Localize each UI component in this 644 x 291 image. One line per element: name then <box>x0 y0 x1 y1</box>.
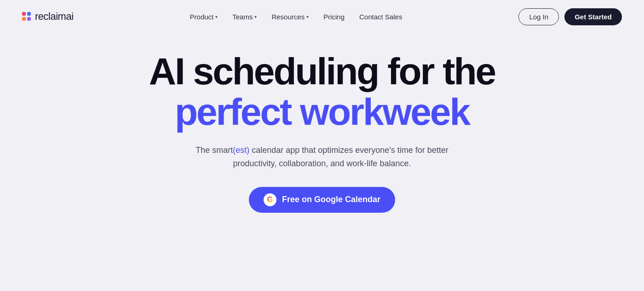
logo-dot-purple <box>27 17 31 21</box>
login-button[interactable]: Log In <box>518 8 559 25</box>
hero-headline-line1: AI scheduling for the <box>149 52 495 91</box>
chevron-down-icon: ▾ <box>254 14 257 19</box>
logo-dot-pink <box>22 12 26 16</box>
nav-label-pricing: Pricing <box>323 13 345 21</box>
logo-dot-grid <box>22 12 31 21</box>
hero-subtext-suffix: calendar app that optimizes everyone's t… <box>233 146 448 168</box>
nav-item-contact[interactable]: Contact Sales <box>354 9 408 24</box>
google-cta-label: Free on Google Calendar <box>282 195 380 204</box>
chevron-down-icon: ▾ <box>215 14 218 19</box>
navbar: reclaimai Product ▾ Teams ▾ Resources ▾ … <box>0 0 644 33</box>
nav-actions: Log In Get Started <box>518 8 622 25</box>
logo-icon <box>22 12 31 21</box>
nav-label-contact: Contact Sales <box>359 13 402 21</box>
hero-subtext-highlight: (est) <box>233 146 249 155</box>
nav-label-resources: Resources <box>271 13 305 21</box>
hero-headline-line2: perfect workweek <box>175 91 469 133</box>
logo-text-light: ai <box>66 11 73 22</box>
nav-item-pricing[interactable]: Pricing <box>318 9 350 24</box>
chevron-down-icon: ▾ <box>306 14 309 19</box>
nav-label-teams: Teams <box>232 13 253 21</box>
logo[interactable]: reclaimai <box>22 11 74 23</box>
logo-text: reclaimai <box>35 11 74 23</box>
nav-item-product[interactable]: Product ▾ <box>184 9 224 24</box>
google-g-letter: G <box>267 196 273 204</box>
nav-item-resources[interactable]: Resources ▾ <box>266 9 314 24</box>
google-icon: G <box>264 193 276 206</box>
nav-label-product: Product <box>190 13 214 21</box>
logo-dot-blue <box>27 12 31 16</box>
google-calendar-cta-button[interactable]: G Free on Google Calendar <box>249 187 395 213</box>
logo-dot-orange <box>22 17 26 21</box>
hero-subtext: The smart(est) calendar app that optimiz… <box>193 144 451 170</box>
logo-text-bold: reclaim <box>35 11 66 22</box>
hero-subtext-prefix: The smart <box>196 146 233 155</box>
nav-links: Product ▾ Teams ▾ Resources ▾ Pricing Co… <box>184 9 408 24</box>
nav-item-teams[interactable]: Teams ▾ <box>227 9 262 24</box>
hero-section: AI scheduling for the perfect workweek T… <box>0 33 644 213</box>
get-started-button[interactable]: Get Started <box>564 8 622 25</box>
